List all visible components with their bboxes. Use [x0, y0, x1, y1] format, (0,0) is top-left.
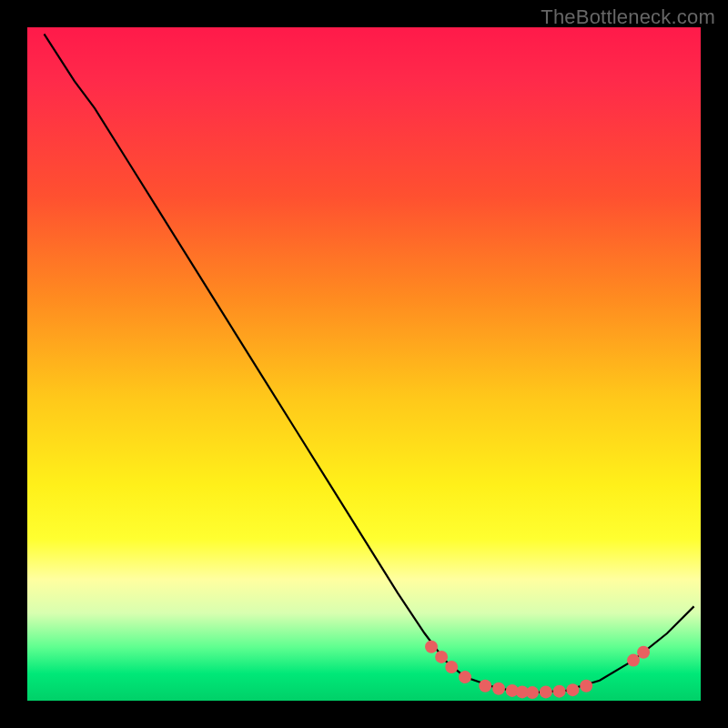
marker-point	[435, 651, 448, 663]
marker-point	[425, 641, 438, 653]
marker-point	[445, 661, 458, 673]
marker-point	[566, 683, 579, 696]
marker-point	[580, 680, 592, 693]
marker-point	[526, 686, 539, 699]
watermark-text: TheBottleneck.com	[541, 5, 715, 29]
marker-point	[492, 682, 505, 695]
marker-point	[540, 685, 552, 698]
marker-point	[459, 671, 471, 683]
marker-point	[637, 646, 650, 659]
chart-svg	[27, 27, 701, 701]
marker-point	[479, 680, 491, 693]
chart-area	[27, 27, 701, 701]
marker-point	[553, 685, 566, 698]
marker-point	[627, 654, 640, 667]
bottleneck-curve	[45, 34, 694, 693]
